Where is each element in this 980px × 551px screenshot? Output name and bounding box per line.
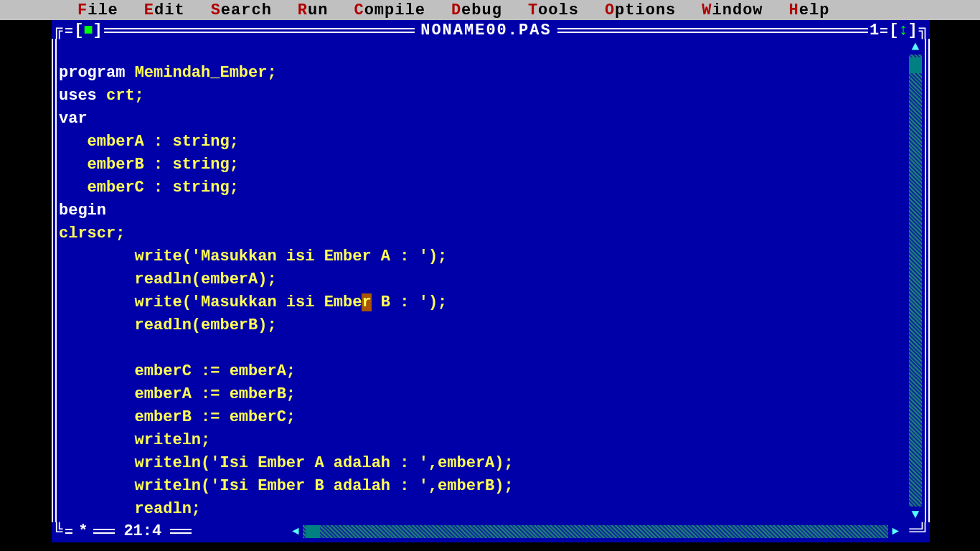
scrollbar-thumb-h[interactable]: [306, 525, 320, 538]
menu-debug[interactable]: Debug: [438, 1, 515, 19]
horizontal-scrollbar[interactable]: ◄ ►: [288, 525, 903, 538]
text-cursor: r: [362, 293, 371, 311]
window-title: NONAME00.PAS: [416, 22, 555, 39]
menu-help[interactable]: Help: [776, 1, 843, 19]
window-frame-right: [923, 39, 930, 522]
zoom-icon: ↕: [898, 22, 908, 39]
scroll-down-icon[interactable]: ▼: [909, 507, 922, 522]
vertical-scrollbar[interactable]: ▲ ▼: [909, 39, 922, 522]
menu-options[interactable]: Options: [592, 1, 689, 19]
menu-file[interactable]: File: [65, 1, 131, 19]
menu-window[interactable]: Window: [689, 1, 776, 19]
menu-compile[interactable]: Compile: [341, 1, 438, 19]
window-frame-top: ╔ [■] NONAME00.PAS 1 [↕] ╗: [52, 22, 930, 39]
editor-window: ╔ [■] NONAME00.PAS 1 [↕] ╗ program Memin…: [52, 20, 930, 542]
menu-search[interactable]: Search: [198, 1, 285, 19]
scroll-right-icon[interactable]: ►: [888, 525, 903, 538]
scroll-left-icon[interactable]: ◄: [288, 525, 303, 538]
scroll-up-icon[interactable]: ▲: [909, 39, 922, 55]
menu-bar: File Edit Search Run Compile Debug Tools…: [0, 0, 980, 20]
code-editor[interactable]: program Memindah_Ember; uses crt; var em…: [59, 39, 908, 522]
window-zoom-button[interactable]: [↕]: [889, 22, 918, 39]
scrollbar-thumb[interactable]: [909, 57, 922, 73]
menu-tools[interactable]: Tools: [515, 1, 592, 19]
modified-indicator: *: [74, 522, 92, 540]
menu-edit[interactable]: Edit: [131, 1, 198, 19]
window-close-button[interactable]: [■]: [74, 22, 103, 39]
close-icon: ■: [83, 22, 93, 39]
cursor-position: 21:4: [116, 522, 169, 540]
menu-run[interactable]: Run: [285, 1, 341, 19]
window-number: 1: [870, 22, 879, 39]
window-frame-left: [52, 39, 59, 522]
